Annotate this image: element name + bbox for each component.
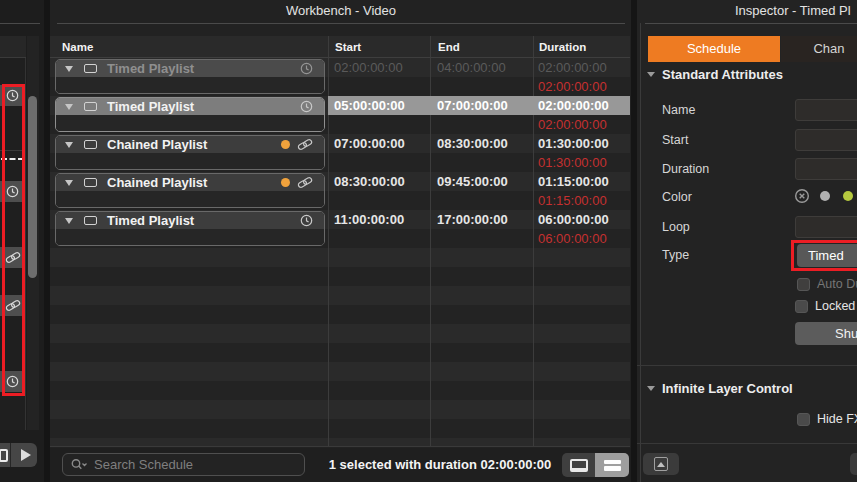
list-view-icon [604, 460, 621, 465]
annotation-box-type-dropdown [791, 240, 857, 271]
playlist-row[interactable]: Timed Playlist 11:00:0 [50, 210, 630, 248]
disclosure-triangle-icon[interactable] [647, 72, 655, 77]
playlist-row[interactable]: Timed Playlist 02:00:0 [50, 58, 630, 96]
playlist-row[interactable]: Chained Playlist 08:30 [50, 172, 630, 210]
tab-channel[interactable]: Chan [781, 36, 857, 62]
start-input[interactable] [795, 129, 857, 151]
tab-schedule[interactable]: Schedule [648, 36, 780, 62]
disclosure-triangle-icon[interactable] [65, 180, 73, 186]
end-cell[interactable]: 08:30:00:00 [437, 134, 508, 153]
duration-cell[interactable]: 06:00:00:00 [538, 210, 609, 229]
section-title: Infinite Layer Control [662, 381, 793, 396]
left-column-header [0, 36, 26, 58]
start-cell[interactable]: 08:30:00:00 [334, 172, 405, 191]
column-header-duration[interactable]: Duration [539, 36, 586, 58]
section-infinite-layer-control[interactable]: Infinite Layer Control [647, 381, 793, 396]
workbench-panel: Workbench - Video Name Start End Duratio… [50, 0, 632, 482]
row-type-icons [300, 100, 313, 113]
actual-duration-cell: 02:00:00:00 [538, 77, 607, 96]
loop-input[interactable] [795, 216, 857, 238]
row-type-icons [300, 62, 313, 75]
playlist-name: Chained Playlist [107, 137, 207, 152]
playlist-card-subrow [56, 229, 324, 245]
pause-button[interactable] [0, 443, 11, 467]
playlist-name: Timed Playlist [107, 61, 194, 76]
no-color-swatch-icon[interactable] [794, 188, 810, 204]
workbench-title-divider [57, 23, 625, 24]
inspector-left-edge [640, 23, 641, 482]
chain-icon [297, 138, 313, 151]
green-color-swatch[interactable] [843, 191, 853, 201]
playlist-card[interactable]: Timed Playlist [55, 211, 325, 246]
playlist-row[interactable]: Chained Playlist 07:00 [50, 134, 630, 172]
locked-row: Locked [795, 299, 855, 313]
hide-fx-row: Hide FX [797, 412, 857, 426]
search-field[interactable]: Search Schedule [62, 453, 305, 476]
actual-duration-cell: 01:15:00:00 [538, 191, 607, 210]
inspector-title: Inspector - Timed Pl [735, 0, 851, 23]
playlist-card[interactable]: Timed Playlist [55, 59, 325, 94]
single-view-icon [570, 459, 588, 472]
auto-duration-checkbox[interactable] [797, 278, 810, 291]
start-cell[interactable]: 02:00:00:00 [334, 58, 403, 77]
list-view-icon [604, 466, 621, 471]
duration-input[interactable] [795, 158, 857, 180]
playlist-card[interactable]: Chained Playlist [55, 135, 325, 170]
field-label-color: Color [662, 189, 692, 205]
name-input[interactable] [795, 99, 857, 121]
playlist-card[interactable]: Timed Playlist [55, 97, 325, 132]
playlist-row[interactable]: Timed Playlist 05:00:0 [50, 96, 630, 134]
start-cell[interactable]: 11:00:00:00 [334, 210, 404, 229]
disclosure-triangle-icon[interactable] [647, 386, 655, 391]
start-cell[interactable]: 07:00:00:00 [334, 134, 405, 153]
screen-icon [84, 178, 97, 187]
disclosure-triangle-icon[interactable] [65, 142, 73, 148]
clipped-right-button[interactable] [850, 453, 857, 475]
workbench-title: Workbench - Video [50, 0, 632, 23]
end-cell[interactable]: 04:00:00:00 [437, 58, 506, 77]
playlist-name: Chained Playlist [107, 175, 207, 190]
schedule-table-header: Name Start End Duration [50, 36, 630, 58]
disclosure-triangle-icon[interactable] [65, 104, 73, 110]
column-header-start[interactable]: Start [335, 36, 361, 58]
end-cell[interactable]: 17:00:00:00 [437, 210, 508, 229]
start-cell[interactable]: 05:00:00:00 [334, 96, 405, 115]
play-button[interactable] [11, 443, 37, 467]
column-header-name[interactable]: Name [62, 36, 93, 58]
end-cell[interactable]: 09:45:00:00 [437, 172, 508, 191]
disclosure-triangle-icon[interactable] [65, 66, 73, 72]
screen-icon [84, 64, 97, 73]
locked-checkbox[interactable] [795, 300, 808, 313]
locked-label: Locked [815, 299, 855, 313]
playlist-card[interactable]: Chained Playlist [55, 173, 325, 208]
end-cell[interactable]: 07:00:00:00 [437, 96, 508, 115]
clock-icon [300, 100, 313, 113]
duration-cell[interactable]: 02:00:00:00 [538, 96, 609, 115]
left-scrollbar-thumb[interactable] [28, 96, 37, 278]
shuffle-button[interactable]: Shu [795, 322, 857, 345]
annotation-box-left-column [2, 84, 25, 396]
duration-cell[interactable]: 01:30:00:00 [538, 134, 609, 153]
duration-cell[interactable]: 01:15:00:00 [538, 172, 609, 191]
workbench-bottom-bar: Search Schedule 1 selected with duration… [50, 448, 632, 482]
field-label-type: Type [662, 247, 689, 263]
disclosure-triangle-icon[interactable] [65, 218, 73, 224]
section-divider [637, 443, 857, 444]
duration-cell[interactable]: 02:00:00:00 [538, 58, 607, 77]
section-standard-attributes[interactable]: Standard Attributes [647, 67, 783, 82]
panel-eject-button[interactable] [643, 453, 679, 475]
column-header-end[interactable]: End [438, 36, 460, 58]
single-view-button[interactable] [562, 453, 595, 477]
playlist-name: Timed Playlist [107, 99, 194, 114]
gray-color-swatch[interactable] [820, 191, 830, 201]
screen-icon [84, 102, 97, 111]
row-type-icons [300, 214, 313, 227]
list-view-button[interactable] [595, 453, 629, 477]
field-label-duration: Duration [662, 161, 709, 177]
hide-fx-checkbox[interactable] [797, 413, 810, 426]
actual-duration-cell: 06:00:00:00 [538, 229, 607, 248]
view-mode-toggle [562, 453, 629, 477]
transport-controls [0, 443, 37, 467]
field-label-loop: Loop [662, 219, 690, 235]
selection-status: 1 selected with duration 02:00:00:00 [305, 448, 575, 482]
